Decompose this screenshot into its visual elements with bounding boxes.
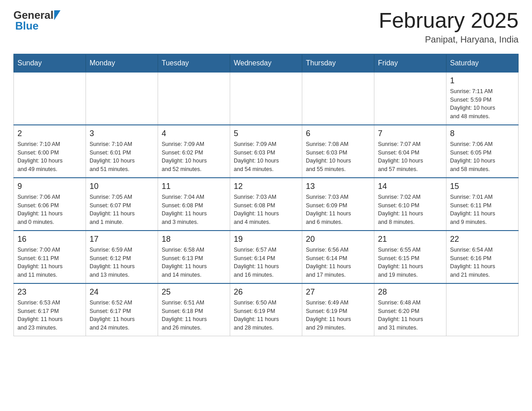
day-info: Sunrise: 6:52 AMSunset: 6:17 PMDaylight:… (90, 299, 154, 332)
day-number: 11 (162, 182, 226, 191)
day-number: 4 (162, 129, 226, 138)
day-number: 9 (17, 182, 82, 191)
calendar-cell: 2Sunrise: 7:10 AMSunset: 6:00 PMDaylight… (14, 125, 86, 178)
day-number: 13 (306, 182, 370, 191)
calendar-cell: 10Sunrise: 7:05 AMSunset: 6:07 PMDayligh… (86, 178, 158, 231)
day-number: 12 (234, 182, 298, 191)
day-info: Sunrise: 6:57 AMSunset: 6:14 PMDaylight:… (234, 246, 298, 279)
day-info: Sunrise: 6:51 AMSunset: 6:18 PMDaylight:… (162, 299, 226, 332)
weekday-header-monday: Monday (86, 54, 158, 72)
weekday-header-row: SundayMondayTuesdayWednesdayThursdayFrid… (14, 54, 519, 72)
calendar-cell: 15Sunrise: 7:01 AMSunset: 6:11 PMDayligh… (446, 178, 519, 231)
calendar-cell: 8Sunrise: 7:06 AMSunset: 6:05 PMDaylight… (446, 125, 519, 178)
day-info: Sunrise: 7:03 AMSunset: 6:08 PMDaylight:… (234, 193, 298, 227)
day-number: 6 (306, 129, 370, 138)
day-number: 23 (17, 287, 82, 297)
day-number: 3 (90, 129, 154, 138)
day-info: Sunrise: 6:58 AMSunset: 6:13 PMDaylight:… (162, 246, 226, 279)
day-info: Sunrise: 6:59 AMSunset: 6:12 PMDaylight:… (90, 246, 154, 279)
logo: General Blue (13, 9, 60, 32)
day-info: Sunrise: 6:56 AMSunset: 6:14 PMDaylight:… (306, 246, 370, 279)
calendar-cell: 13Sunrise: 7:03 AMSunset: 6:09 PMDayligh… (302, 178, 374, 231)
calendar-cell (14, 72, 86, 125)
calendar-cell: 21Sunrise: 6:55 AMSunset: 6:15 PMDayligh… (374, 231, 446, 283)
day-number: 5 (234, 129, 298, 138)
day-number: 25 (162, 287, 226, 297)
calendar-cell: 4Sunrise: 7:09 AMSunset: 6:02 PMDaylight… (158, 125, 230, 178)
title-section: February 2025 Panipat, Haryana, India (379, 9, 519, 45)
day-info: Sunrise: 6:54 AMSunset: 6:16 PMDaylight:… (450, 246, 515, 279)
day-number: 15 (450, 182, 515, 191)
calendar-cell: 23Sunrise: 6:53 AMSunset: 6:17 PMDayligh… (14, 283, 86, 336)
calendar-cell: 26Sunrise: 6:50 AMSunset: 6:19 PMDayligh… (230, 283, 302, 336)
calendar-cell: 28Sunrise: 6:48 AMSunset: 6:20 PMDayligh… (374, 283, 446, 336)
calendar-cell: 14Sunrise: 7:02 AMSunset: 6:10 PMDayligh… (374, 178, 446, 231)
day-info: Sunrise: 7:09 AMSunset: 6:03 PMDaylight:… (234, 140, 298, 174)
calendar-cell: 18Sunrise: 6:58 AMSunset: 6:13 PMDayligh… (158, 231, 230, 283)
calendar-cell (302, 72, 374, 125)
day-info: Sunrise: 7:06 AMSunset: 6:06 PMDaylight:… (17, 193, 82, 227)
day-number: 10 (90, 182, 154, 191)
day-number: 21 (378, 235, 442, 244)
logo-triangle-icon (54, 10, 60, 20)
day-info: Sunrise: 7:08 AMSunset: 6:03 PMDaylight:… (306, 140, 370, 174)
weekday-header-sunday: Sunday (14, 54, 86, 72)
day-number: 8 (450, 129, 515, 138)
calendar-cell: 12Sunrise: 7:03 AMSunset: 6:08 PMDayligh… (230, 178, 302, 231)
calendar-cell: 27Sunrise: 6:49 AMSunset: 6:19 PMDayligh… (302, 283, 374, 336)
day-number: 19 (234, 235, 298, 244)
logo-blue: Blue (15, 20, 39, 32)
day-number: 24 (90, 287, 154, 297)
weekday-header-friday: Friday (374, 54, 446, 72)
day-info: Sunrise: 7:03 AMSunset: 6:09 PMDaylight:… (306, 193, 370, 227)
calendar-cell: 5Sunrise: 7:09 AMSunset: 6:03 PMDaylight… (230, 125, 302, 178)
day-info: Sunrise: 7:02 AMSunset: 6:10 PMDaylight:… (378, 193, 442, 227)
calendar-cell (374, 72, 446, 125)
day-number: 1 (450, 76, 515, 86)
day-info: Sunrise: 7:10 AMSunset: 6:00 PMDaylight:… (17, 140, 82, 174)
calendar-cell: 11Sunrise: 7:04 AMSunset: 6:08 PMDayligh… (158, 178, 230, 231)
calendar-cell: 19Sunrise: 6:57 AMSunset: 6:14 PMDayligh… (230, 231, 302, 283)
day-info: Sunrise: 7:00 AMSunset: 6:11 PMDaylight:… (17, 246, 82, 279)
calendar-week-3: 9Sunrise: 7:06 AMSunset: 6:06 PMDaylight… (14, 178, 519, 231)
day-info: Sunrise: 7:07 AMSunset: 6:04 PMDaylight:… (378, 140, 442, 174)
day-info: Sunrise: 7:10 AMSunset: 6:01 PMDaylight:… (90, 140, 154, 174)
day-number: 2 (17, 129, 82, 138)
calendar-cell: 6Sunrise: 7:08 AMSunset: 6:03 PMDaylight… (302, 125, 374, 178)
day-info: Sunrise: 6:50 AMSunset: 6:19 PMDaylight:… (234, 299, 298, 332)
day-info: Sunrise: 7:05 AMSunset: 6:07 PMDaylight:… (90, 193, 154, 227)
day-number: 28 (378, 287, 442, 297)
day-info: Sunrise: 7:06 AMSunset: 6:05 PMDaylight:… (450, 140, 515, 174)
weekday-header-thursday: Thursday (302, 54, 374, 72)
day-info: Sunrise: 7:09 AMSunset: 6:02 PMDaylight:… (162, 140, 226, 174)
month-title: February 2025 (379, 9, 519, 33)
day-number: 7 (378, 129, 442, 138)
calendar-cell (446, 283, 519, 336)
day-number: 26 (234, 287, 298, 297)
day-number: 14 (378, 182, 442, 191)
weekday-header-tuesday: Tuesday (158, 54, 230, 72)
day-info: Sunrise: 7:11 AMSunset: 5:59 PMDaylight:… (450, 87, 515, 121)
day-info: Sunrise: 6:48 AMSunset: 6:20 PMDaylight:… (378, 299, 442, 332)
day-number: 20 (306, 235, 370, 244)
day-number: 18 (162, 235, 226, 244)
calendar-cell: 16Sunrise: 7:00 AMSunset: 6:11 PMDayligh… (14, 231, 86, 283)
calendar-cell: 20Sunrise: 6:56 AMSunset: 6:14 PMDayligh… (302, 231, 374, 283)
weekday-header-wednesday: Wednesday (230, 54, 302, 72)
day-info: Sunrise: 7:01 AMSunset: 6:11 PMDaylight:… (450, 193, 515, 227)
calendar-week-4: 16Sunrise: 7:00 AMSunset: 6:11 PMDayligh… (14, 231, 519, 283)
calendar-cell (86, 72, 158, 125)
calendar-cell: 17Sunrise: 6:59 AMSunset: 6:12 PMDayligh… (86, 231, 158, 283)
calendar-cell: 3Sunrise: 7:10 AMSunset: 6:01 PMDaylight… (86, 125, 158, 178)
day-number: 27 (306, 287, 370, 297)
page-header: General Blue February 2025 Panipat, Hary… (13, 9, 519, 45)
day-number: 16 (17, 235, 82, 244)
calendar-week-2: 2Sunrise: 7:10 AMSunset: 6:00 PMDaylight… (14, 125, 519, 178)
calendar-cell: 25Sunrise: 6:51 AMSunset: 6:18 PMDayligh… (158, 283, 230, 336)
day-number: 22 (450, 235, 515, 244)
day-info: Sunrise: 7:04 AMSunset: 6:08 PMDaylight:… (162, 193, 226, 227)
calendar-table: SundayMondayTuesdayWednesdayThursdayFrid… (13, 54, 519, 336)
day-number: 17 (90, 235, 154, 244)
calendar-cell: 9Sunrise: 7:06 AMSunset: 6:06 PMDaylight… (14, 178, 86, 231)
weekday-header-saturday: Saturday (446, 54, 519, 72)
